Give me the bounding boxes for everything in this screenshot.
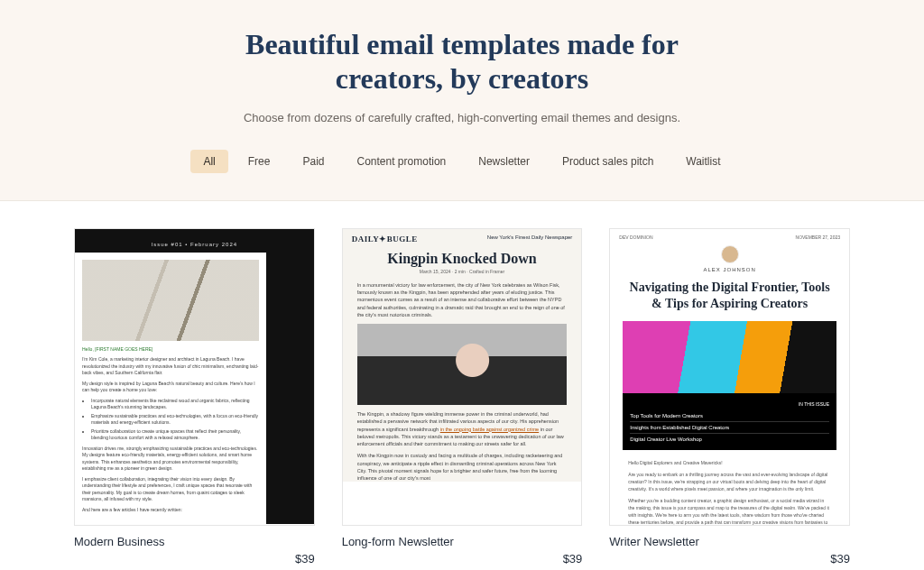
tab-newsletter[interactable]: Newsletter [466,150,542,173]
thumb-hero-image [623,321,836,393]
page-title: Beautiful email templates made for creat… [191,27,733,97]
tab-waitlist[interactable]: Waitlist [673,150,733,173]
tab-paid[interactable]: Paid [290,150,337,173]
template-gallery: Issue #01 • February 2024 Hello, [FIRST … [56,201,868,570]
thumb-hero-image [82,260,259,341]
template-card: Issue #01 • February 2024 Hello, [FIRST … [74,228,315,570]
template-price: $39 [74,552,315,565]
template-card: DAILY✦BUGLE New York's Finest Daily News… [342,228,583,570]
thumb-left-label: DEV DOMINION [619,234,652,240]
filter-tabs: All Free Paid Content promotion Newslett… [18,150,906,173]
thumb-article-image [357,324,568,405]
page-subtitle: Choose from dozens of carefully crafted,… [18,111,906,124]
thumb-issue-label: Issue #01 • February 2024 [75,242,314,247]
template-name: Long-form Newsletter [342,535,583,548]
tab-all[interactable]: All [190,150,227,173]
tab-content-promotion[interactable]: Content promotion [345,150,459,173]
template-price: $39 [609,552,850,565]
thumb-in-this-issue: IN THIS ISSUE Top Tools for Modern Creat… [623,393,836,450]
thumb-greeting: Hello, [FIRST NAME GOES HERE] [82,346,259,354]
template-card: DEV DOMINION NOVEMBER 27, 2023 ALEX JOHN… [609,228,850,570]
thumb-headline: Kingpin Knocked Down [352,251,573,267]
thumb-inline-link: in the ongoing battle against organized … [440,427,539,432]
template-name: Modern Business [74,535,315,548]
thumb-brand: DAILY✦BUGLE [352,234,418,244]
thumb-title: Navigating the Digital Frontier, Tools &… [624,280,835,312]
template-thumbnail-modern-business[interactable]: Issue #01 • February 2024 Hello, [FIRST … [74,228,315,526]
hero-section: Beautiful email templates made for creat… [0,0,924,201]
thumb-tagline: New York's Finest Daily Newspaper [487,234,573,244]
template-price: $39 [342,552,583,565]
thumb-right-label: NOVEMBER 27, 2023 [796,234,840,240]
thumb-author-avatar [721,245,739,263]
template-thumbnail-writer-newsletter[interactable]: DEV DOMINION NOVEMBER 27, 2023 ALEX JOHN… [609,228,850,526]
template-thumbnail-longform-newsletter[interactable]: DAILY✦BUGLE New York's Finest Daily News… [342,228,583,526]
tab-free[interactable]: Free [236,150,283,173]
tab-product-sales-pitch[interactable]: Product sales pitch [550,150,666,173]
template-name: Writer Newsletter [609,535,850,548]
thumb-author-name: ALEX JOHNSON [610,267,849,272]
thumb-byline: March 15, 2024 · 2 min · Crafted in Fram… [343,269,582,274]
